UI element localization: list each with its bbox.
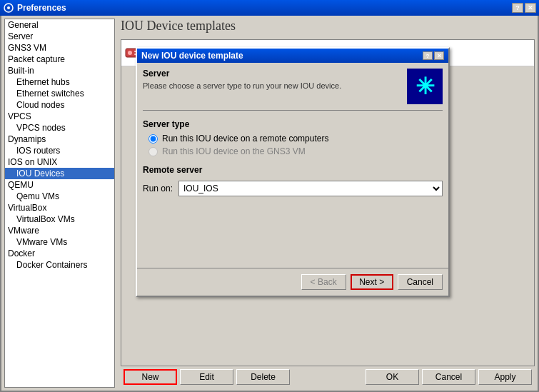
dialog-title-text: New IOU device template xyxy=(141,51,243,61)
sidebar-item-docker[interactable]: Docker xyxy=(5,248,114,259)
sidebar-item-ethernet-switches[interactable]: Ethernet switches xyxy=(5,88,114,99)
remote-server-section: Remote server Run on: IOU_IOS xyxy=(143,165,443,196)
dialog-title-bar: New IOU device template ? ✕ xyxy=(137,49,448,63)
sidebar-item-vmware-vms[interactable]: VMware VMs xyxy=(5,236,114,248)
run-on-row: Run on: IOU_IOS xyxy=(143,181,443,196)
sidebar-item-vmware[interactable]: VMware xyxy=(5,225,114,236)
sidebar-item-ios-on-unix[interactable]: IOS on UNIX xyxy=(5,156,114,168)
dialog-header-title: Server xyxy=(143,69,401,79)
dialog-header-text-area: Server Please choose a server type to ru… xyxy=(143,69,401,90)
close-button[interactable]: ✕ xyxy=(525,3,536,13)
cancel-button[interactable]: Cancel xyxy=(398,274,443,290)
radio-gns3vm-label: Run this IOU device on the GNS3 VM xyxy=(162,146,306,156)
sidebar-item-qemu[interactable]: QEMU xyxy=(5,179,114,191)
title-bar: Preferences ? ✕ xyxy=(0,0,539,16)
sidebar-item-vpcs[interactable]: VPCS xyxy=(5,111,114,122)
dialog-footer: < Back Next > Cancel xyxy=(137,268,448,296)
sidebar-item-dynamips[interactable]: Dynamips xyxy=(5,134,114,145)
sidebar-item-qemu-vms[interactable]: Qemu VMs xyxy=(5,191,114,202)
cancel-main-button[interactable]: Cancel xyxy=(422,369,475,385)
spacer xyxy=(143,205,443,262)
new-iou-dialog: New IOU device template ? ✕ Serve xyxy=(136,47,450,297)
new-button[interactable]: New xyxy=(124,369,177,385)
server-type-label: Server type xyxy=(143,119,443,129)
radio-remote-input[interactable] xyxy=(148,134,158,144)
dialog-help-button[interactable]: ? xyxy=(423,51,433,60)
sidebar-item-iou-devices[interactable]: IOU Devices xyxy=(5,168,114,179)
sidebar: GeneralServerGNS3 VMPacket captureBuilt-… xyxy=(4,19,115,388)
next-button[interactable]: Next > xyxy=(351,274,393,290)
server-type-section: Server type Run this IOU device on a rem… xyxy=(143,119,443,156)
main-content: IOU Device templates IOU xyxy=(118,16,538,391)
dialog-title-controls: ? ✕ xyxy=(423,51,444,60)
dialog-header-section: Server Please choose a server type to ru… xyxy=(143,69,443,111)
sidebar-item-built-in[interactable]: Built-in xyxy=(5,65,114,76)
asterisk-icon: ✳ xyxy=(415,73,435,100)
sidebar-item-docker-containers[interactable]: Docker Containers xyxy=(5,259,114,271)
radio-remote[interactable]: Run this IOU device on a remote computer… xyxy=(148,134,443,144)
dialog-header-desc: Please choose a server type to run your … xyxy=(143,81,401,90)
sidebar-item-gns3-vm[interactable]: GNS3 VM xyxy=(5,42,114,54)
sidebar-item-server[interactable]: Server xyxy=(5,31,114,42)
sidebar-item-packet-capture[interactable]: Packet capture xyxy=(5,54,114,65)
preferences-icon xyxy=(3,2,14,14)
svg-point-1 xyxy=(7,6,10,9)
sidebar-item-cloud-nodes[interactable]: Cloud nodes xyxy=(5,99,114,111)
run-on-label: Run on: xyxy=(143,184,173,194)
radio-group: Run this IOU device on a remote computer… xyxy=(143,134,443,156)
page-title: IOU Device templates xyxy=(121,19,535,34)
dialog-close-button[interactable]: ✕ xyxy=(434,51,444,60)
title-bar-left: Preferences xyxy=(3,2,66,14)
radio-gns3vm-input[interactable] xyxy=(148,147,158,156)
content-area: GeneralServerGNS3 VMPacket captureBuilt-… xyxy=(1,16,538,391)
ok-button[interactable]: OK xyxy=(366,369,419,385)
sidebar-item-vpcs-nodes[interactable]: VPCS nodes xyxy=(5,122,114,134)
server-dropdown[interactable]: IOU_IOS xyxy=(178,181,443,196)
sidebar-item-general[interactable]: General xyxy=(5,19,114,31)
title-bar-text: Preferences xyxy=(17,3,66,13)
bottom-buttons: New Edit Delete OK Cancel Apply xyxy=(121,366,535,388)
delete-button[interactable]: Delete xyxy=(236,369,290,385)
sidebar-item-virtualbox-vms[interactable]: VirtualBox VMs xyxy=(5,213,114,225)
apply-button[interactable]: Apply xyxy=(478,369,532,385)
dialog-header-icon: ✳ xyxy=(407,69,443,104)
content-panel: IOU New IOU device template ? ✕ xyxy=(121,39,535,366)
dialog-overlay: New IOU device template ? ✕ Serve xyxy=(121,40,534,366)
dialog-body: Server Please choose a server type to ru… xyxy=(137,63,448,268)
main-window: GeneralServerGNS3 VMPacket captureBuilt-… xyxy=(0,16,539,392)
radio-remote-label: Run this IOU device on a remote computer… xyxy=(162,134,328,144)
sidebar-item-ios-routers[interactable]: IOS routers xyxy=(5,145,114,156)
remote-server-label: Remote server xyxy=(143,165,443,175)
bottom-left-buttons: New Edit Delete xyxy=(124,369,290,385)
title-bar-controls: ? ✕ xyxy=(512,3,536,13)
radio-gns3vm[interactable]: Run this IOU device on the GNS3 VM xyxy=(148,146,443,156)
sidebar-item-ethernet-hubs[interactable]: Ethernet hubs xyxy=(5,76,114,88)
back-button[interactable]: < Back xyxy=(301,274,346,290)
help-button[interactable]: ? xyxy=(512,3,523,13)
sidebar-item-virtualbox[interactable]: VirtualBox xyxy=(5,202,114,213)
edit-button[interactable]: Edit xyxy=(180,369,233,385)
bottom-right-buttons: OK Cancel Apply xyxy=(366,369,532,385)
